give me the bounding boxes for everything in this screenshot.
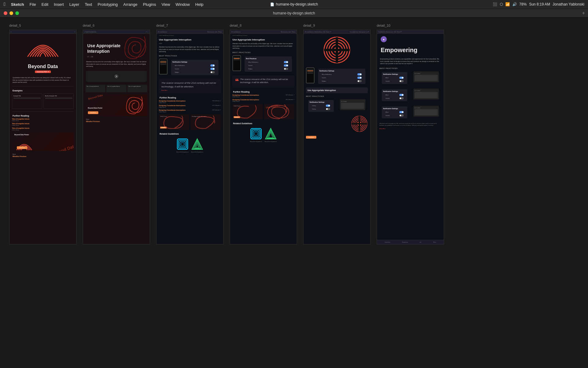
notif8-toggle-3[interactable] (284, 68, 288, 70)
detail6-next-label: Next (83, 117, 150, 121)
fr7-content-1: Designing Considerate Interruptions Calu… (159, 100, 211, 103)
menu-text[interactable]: Text (85, 2, 92, 7)
detail5-next-link[interactable]: Mindful Friction (9, 155, 76, 159)
example-title-2: Another Example Title (45, 95, 72, 97)
detail10-bp-label: Best Practices (377, 66, 444, 70)
notif-panel-2: Best Practices Allow Notifications Sound… (242, 55, 294, 73)
detail9-circles (303, 34, 370, 66)
notif-toggle-2[interactable] (210, 68, 215, 70)
detail10-nav-store[interactable]: Store (433, 241, 436, 243)
maximize-button[interactable] (15, 11, 19, 15)
detail9-bp-label: Best Practices (303, 94, 370, 98)
play-icon[interactable] (115, 75, 118, 78)
poster-card-7-2: Use Appropriate Interuption (190, 114, 221, 130)
detail9-ic-col: In Context (337, 99, 368, 113)
menu-window[interactable]: Window (175, 2, 190, 7)
notif9b-toggle-2[interactable] (326, 108, 330, 110)
artboard-detail6[interactable]: ≡ Notif Guidelines ↗ ⋯ Use Appropriate I… (83, 30, 150, 244)
detail5-nav-left: ≡ (11, 31, 12, 33)
detail10-nav-guidelines[interactable]: Guidelines (385, 241, 390, 243)
menu-file[interactable]: File (29, 2, 36, 7)
detail7-nav-right: Resources Info Share (207, 31, 222, 33)
detail6-next-link[interactable]: Mindful Friction (83, 121, 150, 124)
notif10-toggle-2[interactable] (399, 80, 404, 82)
detail5-body: Quantitative data may tell us what users… (9, 75, 76, 85)
detail6-nav-left: ≡ Notif Guidelines (84, 31, 96, 33)
notif-toggle-1[interactable] (210, 64, 215, 67)
menu-insert[interactable]: Insert (54, 2, 64, 7)
detail10-read-more[interactable]: Read More (377, 128, 444, 130)
detail7-fr-heading: Further Reading (156, 95, 223, 99)
titlebar: humane-by-design.sketch + (0, 9, 588, 17)
menu-prototyping[interactable]: Prototyping (98, 2, 118, 7)
notif9-toggle-2[interactable] (357, 77, 362, 79)
notif8-toggle-1[interactable] (284, 61, 288, 63)
notif-toggle-3[interactable] (210, 71, 215, 73)
notif9-toggle-3[interactable] (357, 80, 362, 82)
artboard-detail10[interactable]: Guidelines Resources Info Store P ● Empo… (377, 30, 444, 244)
artboard-detail5[interactable]: ≡ ↗ Beyond Data (9, 30, 77, 244)
notif-row-3: Badges (172, 71, 217, 74)
detail5-fr-heading: Further Reading (9, 113, 76, 117)
notif8-toggle-2[interactable] (284, 64, 288, 67)
notif10c-toggle-1[interactable] (399, 111, 404, 113)
detail10-nav-info[interactable]: Info (420, 241, 422, 243)
fr8-content-2: Designing Considerate Interruptions Calu… (232, 99, 285, 102)
notif-title-d10-3: Notification Settings (383, 108, 406, 109)
notif10b-toggle-1[interactable] (399, 94, 404, 96)
detail9-dl-btn[interactable]: Download (306, 136, 316, 139)
detail9-red-spiral (303, 114, 370, 133)
detail5-div1 (12, 86, 74, 86)
example-title-1: Example Title (13, 95, 41, 97)
window-controls[interactable] (4, 11, 19, 15)
detail10-nav-resources[interactable]: Resources (402, 241, 408, 243)
artboard-detail7[interactable]: All Guidelines Resources Info Share Call… (156, 30, 224, 244)
ex-line4 (45, 98, 72, 99)
notif8-label-2: Sounds (248, 65, 253, 66)
detail7-fr-1: Designing Considerate Interruptions Calu… (156, 99, 223, 104)
article-3-text: Title of Insightful Article (128, 86, 146, 87)
minimize-button[interactable] (9, 11, 13, 15)
detail7-rl-heading: Related Guidelines (156, 131, 223, 136)
fr-author-2: Calum Dixon (12, 125, 29, 126)
ic-label-1: In Context (341, 101, 364, 102)
guideline-icon-2: Round the Experience (191, 138, 203, 153)
apple-menu[interactable]:  (4, 2, 6, 7)
ic-visual-1 (341, 103, 364, 109)
notif10-row-1: Allow (383, 76, 406, 79)
notif10b-toggle-2[interactable] (399, 97, 404, 99)
fr7-badge-1: UX Collective ↗ (212, 100, 221, 102)
detail8-title: Use Appropriate Interuption (230, 37, 297, 42)
artboard-detail9[interactable]: All Guidelines Restrictions Info Store P… (303, 30, 371, 244)
menu-plugins[interactable]: Plugins (143, 2, 156, 7)
poster-dl-btn[interactable]: Download (17, 146, 27, 149)
poster6-dl[interactable]: Download (88, 111, 98, 114)
notif9-toggle-1[interactable] (357, 73, 362, 75)
detail6-label: detail_6 (83, 24, 150, 27)
detail7-title: Use Appropriate Interuption (156, 37, 223, 42)
detail6-video (86, 71, 147, 82)
artboard-detail8[interactable]: All Guidelines Resources Info Share Call… (230, 30, 297, 244)
artboard-group-detail8: detail_8 All Guidelines Resources Info S… (230, 24, 297, 244)
notif9b-toggle-1[interactable] (326, 105, 330, 107)
menu-view[interactable]: View (161, 2, 170, 7)
detail7-quote-src: Read More (161, 90, 218, 91)
fr-author-3: Calum Dixon (12, 129, 29, 131)
detail8-inner: All Guidelines Resources Info Share Call… (230, 30, 297, 244)
pc-bg-1 (159, 114, 189, 130)
notif8-label-3: Badges (248, 68, 253, 70)
menu-arrange[interactable]: Arrange (123, 2, 138, 7)
close-button[interactable] (4, 11, 7, 15)
notif10-toggle-1[interactable] (399, 77, 404, 79)
detail5-arch (9, 34, 76, 61)
notif10c-toggle-2[interactable] (399, 114, 404, 117)
phone-screen-1 (160, 59, 167, 74)
menu-help[interactable]: Help (195, 2, 204, 7)
menu-layer[interactable]: Layer (69, 2, 79, 7)
app-name[interactable]: Sketch (11, 2, 24, 7)
ps2-line1 (234, 57, 240, 58)
add-tab-button[interactable]: + (582, 10, 585, 16)
menu-edit[interactable]: Edit (41, 2, 48, 7)
canvas-title: humane-by-design.sketch (273, 11, 315, 15)
play-triangle (116, 75, 118, 78)
